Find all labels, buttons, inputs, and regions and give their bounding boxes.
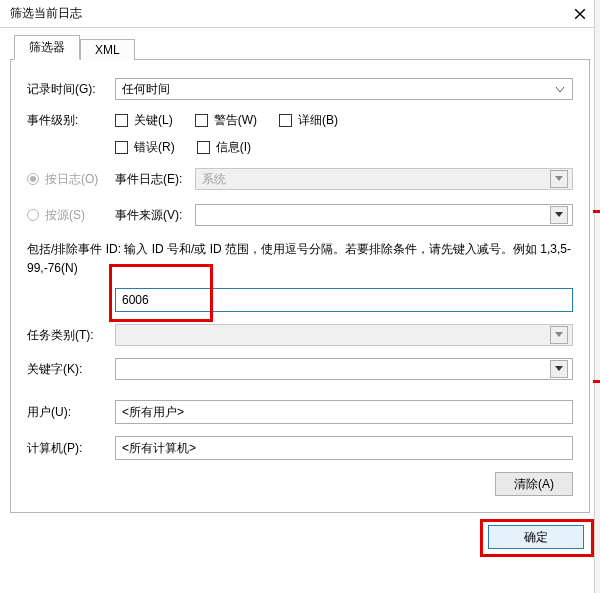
checkbox-warning[interactable]: 警告(W): [195, 112, 257, 129]
tab-strip: 筛选器 XML: [10, 36, 590, 60]
radio-by-log[interactable]: 按日志(O): [27, 171, 115, 188]
event-source-label: 事件来源(V):: [115, 207, 195, 224]
computer-label: 计算机(P):: [27, 440, 115, 457]
ok-button[interactable]: 确定: [488, 525, 584, 549]
keywords-dropdown[interactable]: [115, 358, 573, 380]
filter-panel: 记录时间(G): 任何时间 事件级别: 关键(L) 警告(W) 详细(B): [10, 60, 590, 513]
dialog-title: 筛选当前日志: [10, 5, 82, 22]
dropdown-arrow-icon: [550, 206, 568, 224]
dropdown-arrow-icon: [550, 360, 568, 378]
dialog-footer: 确定: [10, 525, 590, 549]
dropdown-arrow-icon: [550, 326, 568, 344]
logged-time-dropdown[interactable]: 任何时间: [115, 78, 573, 100]
checkbox-verbose[interactable]: 详细(B): [279, 112, 338, 129]
tab-xml[interactable]: XML: [80, 39, 135, 60]
task-category-label: 任务类别(T):: [27, 327, 115, 344]
radio-by-source[interactable]: 按源(S): [27, 207, 115, 224]
event-log-value: 系统: [202, 171, 550, 188]
checkbox-critical[interactable]: 关键(L): [115, 112, 173, 129]
user-label: 用户(U):: [27, 404, 115, 421]
event-id-input[interactable]: [115, 288, 573, 312]
close-icon: [574, 8, 586, 20]
event-level-label: 事件级别:: [27, 112, 115, 129]
user-input[interactable]: [115, 400, 573, 424]
event-id-hint: 包括/排除事件 ID: 输入 ID 号和/或 ID 范围，使用逗号分隔。若要排除…: [27, 240, 573, 278]
event-log-label: 事件日志(E):: [115, 171, 195, 188]
event-log-dropdown: 系统: [195, 168, 573, 190]
checkbox-information[interactable]: 信息(I): [197, 139, 251, 156]
logged-time-value: 任何时间: [122, 81, 552, 98]
tab-filter[interactable]: 筛选器: [14, 35, 80, 60]
title-bar: 筛选当前日志: [0, 0, 600, 28]
keywords-label: 关键字(K):: [27, 361, 115, 378]
dropdown-arrow-icon: [550, 170, 568, 188]
event-source-dropdown[interactable]: [195, 204, 573, 226]
logged-time-label: 记录时间(G):: [27, 81, 115, 98]
checkbox-error[interactable]: 错误(R): [115, 139, 175, 156]
task-category-dropdown: [115, 324, 573, 346]
chevron-down-icon: [552, 82, 568, 96]
computer-input[interactable]: [115, 436, 573, 460]
clear-button[interactable]: 清除(A): [495, 472, 573, 496]
background-window-edge: [594, 0, 600, 593]
